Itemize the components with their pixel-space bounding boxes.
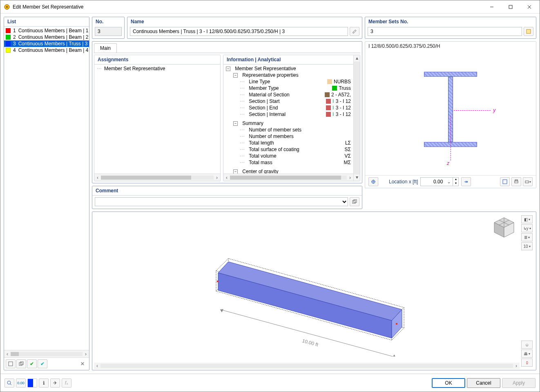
list-item[interactable]: 4 Continuous Members | Beam | 4 - — [4, 47, 89, 53]
color-swatch — [326, 99, 331, 104]
view-scale-menu[interactable]: 10 — [521, 242, 533, 250]
list-scrollbar[interactable]: ‹› — [4, 350, 89, 357]
svg-rect-28 — [217, 281, 219, 282]
units-button[interactable]: 0.00 — [16, 379, 26, 388]
collapse-icon[interactable]: − — [233, 73, 238, 78]
list-item[interactable]: 3 Continuous Members | Truss | 3 - — [4, 40, 89, 47]
info-scrollbar-x[interactable]: ‹› — [223, 174, 353, 181]
tree-node[interactable]: ⋯ Member Set Representative — [96, 65, 219, 72]
pick-member-sets-button[interactable] — [524, 27, 533, 36]
section-zoom-button[interactable] — [500, 177, 510, 186]
list-header: List — [4, 17, 89, 27]
svg-rect-3 — [509, 5, 512, 9]
svg-rect-29 — [396, 323, 397, 325]
assignments-header: Assignments — [94, 55, 220, 65]
dimension-label: 10.00 ft — [301, 338, 319, 347]
list-item[interactable]: 2 Continuous Members | Beam | 2 - — [4, 34, 89, 40]
window-title: Edit Member Set Representative — [13, 4, 482, 10]
color-button[interactable] — [27, 379, 37, 388]
color-swatch — [6, 35, 11, 40]
balloon-button[interactable]: ✈ — [50, 379, 60, 388]
collapse-icon[interactable]: − — [233, 169, 238, 174]
info-button[interactable]: ℹ — [39, 379, 49, 388]
no-label: No. — [92, 17, 124, 26]
view-cube-menu[interactable]: ◧ — [521, 215, 533, 223]
color-swatch — [6, 28, 11, 33]
svg-rect-18 — [525, 181, 529, 183]
section-print-button[interactable] — [511, 177, 521, 186]
view-smile-button[interactable]: ☺ — [521, 341, 533, 349]
svg-marker-32 — [393, 354, 396, 356]
tree-node[interactable]: − Member Set Representative — [225, 65, 352, 72]
edit-name-button[interactable] — [350, 27, 359, 36]
color-swatch — [6, 48, 11, 53]
comment-library-button[interactable] — [350, 197, 359, 206]
comment-header: Comment — [92, 186, 362, 196]
member-list[interactable]: 1 Continuous Members | Beam | 1 - 2 Cont… — [4, 27, 89, 350]
color-swatch — [6, 41, 11, 46]
function-button[interactable]: fₓ — [62, 379, 71, 388]
member-sets-input[interactable] — [368, 27, 522, 36]
collapse-icon[interactable]: − — [233, 121, 238, 126]
i-section-icon: Ⅰ — [332, 98, 334, 104]
svg-rect-17 — [515, 180, 518, 181]
collapse-icon[interactable]: − — [226, 67, 230, 71]
tab-main[interactable]: Main — [94, 43, 117, 53]
color-swatch — [325, 92, 330, 97]
view-magnet-button[interactable]: ⧲ — [521, 359, 533, 367]
beam-graphic: 10.00 ft — [208, 226, 420, 356]
comment-select[interactable] — [95, 197, 348, 206]
name-input[interactable] — [130, 27, 348, 36]
help-button[interactable] — [4, 379, 14, 388]
nav-cube-icon[interactable] — [492, 215, 516, 240]
svg-rect-9 — [527, 29, 531, 33]
svg-point-1 — [6, 6, 8, 8]
list-item[interactable]: 1 Continuous Members | Beam | 1 - — [4, 27, 89, 34]
preview-scrollbar[interactable]: ‹› — [94, 363, 520, 369]
location-label: Location x [ft] — [389, 179, 418, 185]
view-print-menu[interactable]: 🖶 — [521, 350, 533, 358]
check-off-button[interactable]: ✔ — [38, 359, 47, 368]
apply-button[interactable]: Apply — [502, 378, 536, 388]
section-canvas — [365, 51, 536, 175]
svg-rect-6 — [9, 362, 13, 366]
view-layers-menu[interactable]: ≣ — [521, 233, 533, 241]
svg-rect-16 — [515, 181, 518, 183]
name-label: Name — [127, 17, 362, 26]
assignments-scrollbar[interactable]: ‹› — [94, 174, 220, 181]
app-icon — [4, 4, 10, 10]
no-input[interactable] — [95, 27, 122, 36]
tree-dots-icon: ⋯ — [97, 66, 101, 71]
maximize-button[interactable] — [501, 1, 520, 13]
location-input[interactable] — [421, 179, 445, 185]
member-sets-label: Member Sets No. — [365, 17, 536, 26]
3d-preview[interactable]: 10.00 ft ◧ ↳y ≣ 10 ☺ 🖶 ⧲ — [92, 212, 536, 370]
section-print-menu-button[interactable]: ▾ — [523, 177, 533, 186]
chevron-down-icon[interactable]: ⌄ — [445, 179, 453, 185]
y-axis-icon — [454, 110, 491, 111]
view-origin-button[interactable] — [368, 177, 378, 186]
view-axis-menu[interactable]: ↳y — [521, 224, 533, 232]
new-item-button[interactable] — [6, 359, 16, 368]
copy-item-button[interactable] — [16, 359, 26, 368]
svg-marker-31 — [220, 309, 223, 312]
color-swatch — [327, 79, 332, 84]
cancel-button[interactable]: Cancel — [467, 378, 500, 388]
spin-down-icon[interactable]: ▾ — [453, 182, 458, 186]
location-action-button[interactable]: ↠ — [461, 177, 471, 186]
info-scrollbar-y[interactable]: ▴▾ — [353, 55, 360, 181]
location-spinner[interactable]: ⌄ ▴▾ — [420, 177, 459, 186]
delete-item-button[interactable]: ✕ — [78, 359, 87, 368]
svg-rect-15 — [503, 180, 507, 184]
svg-point-39 — [7, 381, 11, 384]
close-button[interactable] — [520, 1, 539, 13]
i-section-icon: Ⅰ — [332, 111, 334, 117]
info-header: Information | Analytical — [223, 55, 353, 65]
svg-line-40 — [10, 384, 11, 385]
ok-button[interactable]: OK — [432, 378, 465, 388]
i-section-icon: Ⅰ — [332, 105, 334, 111]
check-on-button[interactable]: ✔ — [27, 359, 37, 368]
color-swatch — [326, 105, 331, 110]
minimize-button[interactable] — [482, 1, 501, 13]
color-swatch — [332, 86, 337, 91]
